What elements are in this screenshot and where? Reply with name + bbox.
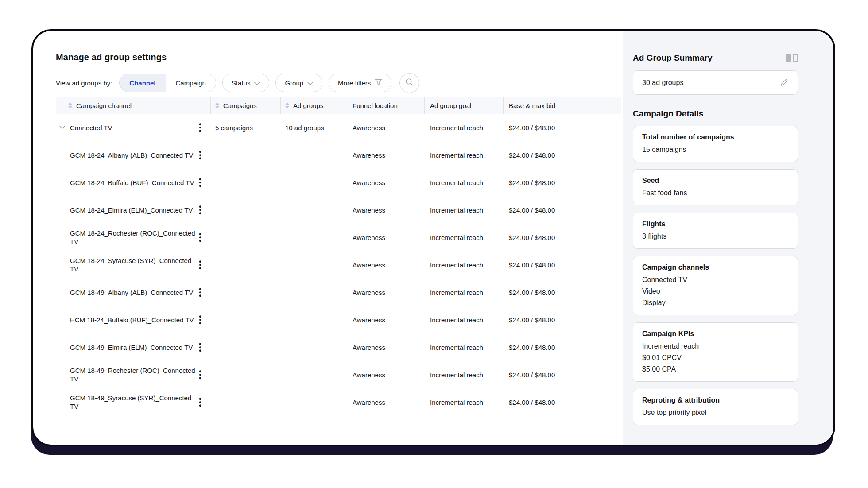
kebab-menu-button[interactable] [198,368,203,381]
base-max-bid-cell: $24.00 / $48.00 [504,234,593,241]
more-filters-label: More filters [338,79,371,87]
table-row[interactable]: GCM 18-49_Syracuse (SYR)_Connected TV Aw… [56,388,621,416]
column-header-campaign-channel[interactable]: Campaign channel [56,97,211,114]
kebab-menu-button[interactable] [198,204,203,216]
segment-campaign[interactable]: Campaign [166,74,216,92]
table-row[interactable]: GCM 18-24_Albany (ALB)_Connected TV Awar… [56,141,621,169]
card-value: 3 flights [642,231,789,242]
detail-card-flights: Flights 3 flights [633,213,798,249]
base-max-bid-cell: $24.00 / $48.00 [504,289,593,296]
row-name: GCM 18-24_Buffalo (BUF)_Connected TV [70,178,198,187]
sidebar-title: Ad Group Summary [633,53,712,63]
funnel-location-cell: Awareness [347,179,425,186]
card-value: Incremental reach [642,341,789,352]
status-filter-dropdown[interactable]: Status [222,74,270,92]
search-button[interactable] [399,73,419,93]
table-row[interactable]: GCM 18-24_Syracuse (SYR)_Connected TV Aw… [56,251,621,279]
table-row[interactable]: GCM 18-49_Rochester (ROC)_Connected TV A… [56,361,621,388]
ad-group-goal-cell: Incremental reach [425,151,504,159]
card-value: 15 campaigns [642,144,789,155]
base-max-bid-cell: $24.00 / $48.00 [504,399,593,406]
ad-group-goal-cell: Incremental reach [425,316,504,324]
funnel-location-cell: Awareness [347,234,425,241]
table-row[interactable]: GCM 18-24_Elmira (ELM)_Connected TV Awar… [56,196,621,224]
card-title: Flights [642,219,789,229]
ad-group-goal-cell: Incremental reach [425,399,504,406]
card-title: Campaign KPIs [642,329,789,339]
funnel-icon [375,79,382,87]
base-max-bid-cell: $24.00 / $48.00 [504,316,593,324]
segment-channel[interactable]: Channel [120,74,166,92]
table-header-row: Campaign channel Campaigns Ad groups Fun… [56,97,621,114]
kebab-menu-button[interactable] [198,259,203,271]
column-header-funnel-location[interactable]: Funnel location [347,97,425,114]
card-value: Video [642,286,789,297]
status-filter-label: Status [232,79,251,87]
row-name: GCM 18-49_Syracuse (SYR)_Connected TV [70,394,198,411]
table-row[interactable]: GCM 18-24_Buffalo (BUF)_Connected TV Awa… [56,169,621,196]
column-header-ad-group-goal[interactable]: Ad group goal [425,97,504,114]
panel-toggle-icon[interactable] [786,54,798,62]
detail-card-campaign-kpis: Campaign KPIs Incremental reach $0.01 CP… [633,322,798,382]
column-header-empty [593,97,621,114]
row-name: GCM 18-49_Albany (ALB)_Connected TV [70,288,198,297]
row-name: GCM 18-24_Elmira (ELM)_Connected TV [70,206,198,214]
ad-group-goal-cell: Incremental reach [425,179,504,186]
table-row[interactable]: GCM 18-24_Rochester (ROC)_Connected TV A… [56,224,621,251]
column-divider [211,97,211,435]
base-max-bid-cell: $24.00 / $48.00 [504,206,593,214]
search-icon [405,78,414,88]
view-by-label: View ad groups by: [56,79,112,87]
row-name: GCM 18-24_Albany (ALB)_Connected TV [70,151,198,159]
column-label: Base & max bid [509,102,555,109]
kebab-menu-button[interactable] [198,149,203,161]
row-name: Connected TV [70,124,198,132]
column-label: Ad group goal [430,102,471,109]
base-max-bid-cell: $24.00 / $48.00 [504,371,593,379]
row-name: GCM 18-24_Rochester (ROC)_Connected TV [70,229,198,246]
card-value: Fast food fans [642,187,789,199]
group-filter-dropdown[interactable]: Group [275,74,322,92]
campaigns-cell: 5 campaigns [211,124,281,132]
row-name: GCM 18-49_Rochester (ROC)_Connected TV [70,366,198,383]
kebab-menu-button[interactable] [198,396,203,408]
edit-icon[interactable] [779,78,789,87]
card-value: Display [642,297,789,309]
page-title: Manage ad group settings [56,52,623,62]
ad-group-count-card: 30 ad groups [633,70,798,95]
funnel-location-cell: Awareness [347,316,425,324]
campaign-details-title: Campaign Details [633,109,833,119]
kebab-menu-button[interactable] [198,341,203,353]
column-label: Funnel location [353,102,398,109]
ad-groups-table: Campaign channel Campaigns Ad groups Fun… [56,97,621,416]
filter-toolbar: View ad groups by: Channel Campaign Stat… [56,73,623,93]
funnel-location-cell: Awareness [347,399,425,406]
page-background: Manage ad group settings View ad groups … [0,0,868,488]
card-title: Total number of campaigns [642,132,789,142]
chevron-down-icon[interactable] [59,126,65,129]
ad-group-summary-panel: Ad Group Summary 30 ad groups Campaign D… [623,31,833,445]
kebab-menu-button[interactable] [198,176,203,189]
kebab-menu-button[interactable] [198,286,203,298]
card-title: Reproting & attribution [642,395,789,405]
table-row[interactable]: HCM 18-24_Buffalo (BUF)_Connected TV Awa… [56,306,621,333]
kebab-menu-button[interactable] [198,314,203,326]
view-by-segmented-control: Channel Campaign [119,74,216,92]
sort-icon [215,102,219,108]
base-max-bid-cell: $24.00 / $48.00 [504,344,593,351]
column-header-base-max-bid[interactable]: Base & max bid [504,97,593,114]
table-row[interactable]: Connected TV 5 campaigns 10 ad groups Aw… [56,114,621,141]
column-header-campaigns[interactable]: Campaigns [211,97,281,114]
kebab-menu-button[interactable] [198,231,203,244]
ad-group-count: 30 ad groups [642,79,683,87]
sort-icon [285,102,289,108]
column-header-ad-groups[interactable]: Ad groups [281,97,347,114]
group-filter-label: Group [285,79,303,87]
more-filters-button[interactable]: More filters [329,74,391,92]
table-row[interactable]: GCM 18-49_Elmira (ELM)_Connected TV Awar… [56,333,621,361]
funnel-location-cell: Awareness [347,206,425,214]
sort-icon [68,102,72,108]
table-row[interactable]: GCM 18-49_Albany (ALB)_Connected TV Awar… [56,279,621,306]
detail-card-reporting-attribution: Reproting & attribution Use top priority… [633,389,798,425]
kebab-menu-button[interactable] [198,121,203,134]
